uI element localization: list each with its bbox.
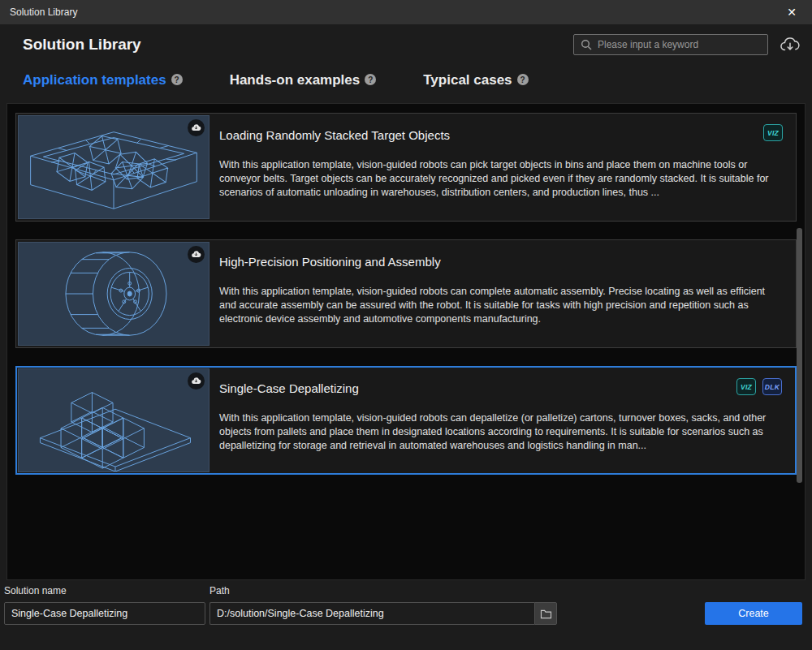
create-button[interactable]: Create bbox=[705, 602, 802, 625]
window-title: Solution Library bbox=[10, 6, 77, 18]
titlebar: Solution Library ✕ bbox=[0, 0, 812, 24]
header: Solution Library bbox=[0, 24, 812, 55]
solution-library-window: Solution Library ✕ Solution Library Appl… bbox=[0, 0, 812, 88]
template-thumbnail bbox=[18, 115, 209, 219]
help-icon[interactable]: ? bbox=[365, 74, 376, 85]
template-thumbnail bbox=[18, 242, 209, 346]
header-right bbox=[573, 34, 801, 55]
cloud-download-button[interactable] bbox=[780, 36, 801, 54]
bin-stacked-boxes-wireframe bbox=[19, 116, 209, 218]
cloud-download-icon bbox=[188, 372, 205, 390]
tab-hands-on-examples[interactable]: Hands-on examples ? bbox=[230, 72, 377, 88]
search-input[interactable] bbox=[598, 39, 761, 50]
tab-application-templates[interactable]: Application templates ? bbox=[23, 72, 183, 88]
folder-icon bbox=[540, 609, 552, 619]
path-label: Path bbox=[209, 585, 557, 596]
browse-folder-button[interactable] bbox=[534, 602, 557, 625]
cloud-download-icon bbox=[188, 119, 205, 136]
template-card[interactable]: Single-Case Depalletizing With this appl… bbox=[15, 366, 797, 475]
badge-group: VIZ DLK bbox=[736, 378, 782, 395]
tab-typical-cases[interactable]: Typical cases ? bbox=[423, 72, 528, 88]
path-field: Path bbox=[209, 585, 557, 625]
template-title: Single-Case Depalletizing bbox=[219, 381, 781, 395]
template-card-body: Loading Randomly Stacked Target Objects … bbox=[209, 115, 794, 219]
viz-badge: VIZ bbox=[763, 124, 783, 141]
tab-label: Hands-on examples bbox=[230, 72, 361, 88]
template-title: Loading Randomly Stacked Target Objects bbox=[219, 128, 781, 142]
template-thumbnail bbox=[18, 368, 209, 472]
template-card[interactable]: Loading Randomly Stacked Target Objects … bbox=[15, 113, 797, 222]
template-card-body: Single-Case Depalletizing With this appl… bbox=[209, 368, 794, 472]
template-card-body: High-Precision Positioning and Assembly … bbox=[209, 242, 794, 346]
pallet-boxes-wireframe bbox=[19, 369, 209, 471]
template-title: High-Precision Positioning and Assembly bbox=[219, 255, 781, 269]
solution-name-field: Solution name bbox=[4, 585, 205, 625]
solution-name-input[interactable] bbox=[4, 602, 205, 625]
tire-wheel-wireframe bbox=[19, 243, 209, 345]
template-card[interactable]: High-Precision Positioning and Assembly … bbox=[15, 239, 797, 348]
page-title: Solution Library bbox=[23, 36, 141, 54]
path-input[interactable] bbox=[209, 602, 534, 625]
help-icon[interactable]: ? bbox=[517, 74, 529, 85]
badge-group: VIZ bbox=[763, 124, 783, 141]
scrollbar-thumb[interactable] bbox=[797, 228, 802, 483]
close-icon[interactable]: ✕ bbox=[781, 6, 802, 19]
search-icon bbox=[581, 39, 592, 50]
tab-label: Typical cases bbox=[423, 72, 512, 88]
footer: Solution name Path Create bbox=[0, 585, 812, 625]
template-description: With this application template, vision-g… bbox=[219, 285, 781, 326]
template-description: With this application template, vision-g… bbox=[219, 411, 781, 453]
template-list: Loading Randomly Stacked Target Objects … bbox=[6, 103, 806, 580]
viz-badge: VIZ bbox=[736, 378, 756, 395]
search-box[interactable] bbox=[573, 34, 768, 55]
tab-label: Application templates bbox=[23, 72, 166, 88]
dlk-badge: DLK bbox=[762, 378, 782, 395]
help-icon[interactable]: ? bbox=[171, 74, 183, 85]
tab-bar: Application templates ? Hands-on example… bbox=[0, 55, 812, 88]
template-description: With this application template, vision-g… bbox=[219, 158, 781, 200]
solution-name-label: Solution name bbox=[4, 585, 205, 596]
cloud-download-icon bbox=[188, 246, 205, 263]
